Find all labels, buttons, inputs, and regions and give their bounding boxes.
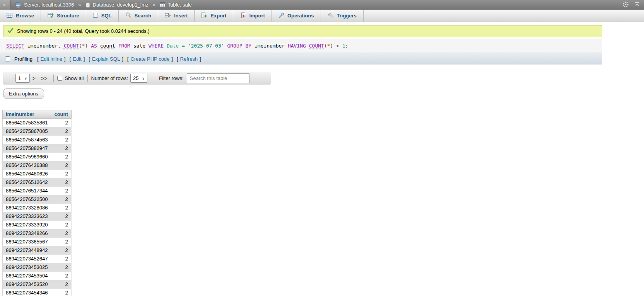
sql-token: COUNT	[64, 43, 79, 49]
query-links: [Edit inline][Edit][Explain SQL][Create …	[35, 56, 203, 62]
table-row: 8694220734543462	[3, 289, 72, 296]
sql-token: GROUP BY	[227, 43, 251, 49]
number-of-rows-select[interactable]: 25 ∨	[130, 74, 147, 83]
sql-query: SELECT imeinumber, COUNT(*) AS count FRO…	[0, 39, 602, 53]
extra-options-button[interactable]: Extra options	[3, 88, 44, 99]
cell-count: 2	[51, 178, 71, 187]
sql-token: HAVING	[288, 43, 306, 49]
tab-operations[interactable]: Operations	[272, 10, 321, 22]
table-row: 8694220733482662	[3, 229, 72, 238]
table-row: 8656420758829472	[3, 144, 72, 153]
tab-label: Import	[249, 13, 265, 19]
query-tools-row: Profiling [Edit inline][Edit][Explain SQ…	[0, 53, 602, 65]
table-row: 8694220734535042	[3, 272, 72, 280]
profiling-label: Profiling	[14, 56, 32, 62]
sql-token: ;	[345, 43, 348, 49]
cell-count: 2	[51, 119, 71, 127]
chevron-down-icon: ∨	[142, 77, 145, 80]
page-select[interactable]: 1 ∨	[15, 74, 30, 83]
bracket: [	[127, 56, 129, 62]
topbar-actions	[622, 1, 640, 9]
structure-icon	[48, 12, 54, 19]
operations-wrench-icon	[278, 12, 284, 19]
breadcrumb-server-link[interactable]: Server: localhost:3306	[24, 2, 74, 8]
tab-label: Insert	[174, 13, 188, 19]
cell-imeinumber: 869422073348266	[3, 229, 51, 238]
cell-count: 2	[51, 195, 71, 204]
cell-count: 2	[51, 161, 71, 170]
cell-count: 2	[51, 187, 71, 195]
sql-token: (	[79, 43, 82, 49]
cell-imeinumber: 869422073453504	[3, 272, 51, 280]
cell-imeinumber: 869422073333623	[3, 212, 51, 221]
collapse-top-icon[interactable]	[634, 2, 640, 8]
sql-token	[164, 43, 167, 49]
tab-label: Search	[135, 13, 151, 19]
sql-token: >	[336, 43, 339, 49]
cell-imeinumber: 865642076517344	[3, 187, 51, 195]
next-page-button[interactable]: >	[30, 75, 38, 82]
settings-gear-icon[interactable]	[622, 1, 629, 9]
sql-token	[97, 43, 100, 49]
cell-count: 2	[51, 221, 71, 229]
tab-insert[interactable]: Insert	[158, 10, 195, 22]
profiling-checkbox[interactable]	[5, 56, 10, 61]
breadcrumb-table-link[interactable]: Table: sale	[168, 2, 192, 8]
back-button[interactable]: ←	[0, 0, 11, 10]
query-link-edit-inline[interactable]: Edit inline	[41, 56, 62, 62]
bracket: ]	[122, 56, 123, 62]
sql-token: count	[100, 43, 115, 49]
query-link-refresh[interactable]: Refresh	[180, 56, 198, 62]
table-row: 8656420764363882	[3, 161, 72, 170]
cell-count: 2	[51, 255, 71, 263]
cell-count: 2	[51, 153, 71, 161]
browse-table-icon	[7, 12, 13, 19]
table-filter-input[interactable]	[187, 73, 249, 83]
tab-export[interactable]: Export	[195, 10, 233, 22]
cell-imeinumber: 865642075969660	[3, 153, 51, 161]
query-link-edit[interactable]: Edit	[73, 56, 81, 62]
query-link-explain-sql[interactable]: Explain SQL	[92, 56, 120, 62]
sql-token	[88, 43, 91, 49]
last-page-button[interactable]: >>	[38, 75, 50, 82]
page-select-value: 1	[18, 75, 21, 81]
table-row: 8656420765225002	[3, 195, 72, 204]
server-icon	[15, 2, 21, 8]
tab-browse[interactable]: Browse	[0, 10, 41, 22]
sql-token	[306, 43, 309, 49]
sql-token	[179, 43, 182, 49]
pagination-bar: 1 ∨ > >> Show all Number of rows: 25 ∨ F…	[3, 72, 271, 85]
cell-count: 2	[51, 136, 71, 144]
tab-search[interactable]: Search	[119, 10, 158, 22]
divider	[53, 75, 54, 82]
filter-rows-label: Filter rows:	[159, 75, 184, 81]
cell-count: 2	[51, 229, 71, 238]
chevron-down-icon: ∨	[24, 77, 27, 80]
breadcrumb-separator: »	[78, 2, 81, 8]
table-row: 8656420764806262	[3, 170, 72, 178]
query-link-create-php-code[interactable]: Create PHP code	[130, 56, 169, 62]
table-row: 8656420758358612	[3, 119, 72, 127]
sql-token: sale	[130, 43, 149, 49]
sql-file-icon	[93, 12, 98, 19]
tab-triggers[interactable]: Triggers	[321, 10, 364, 22]
sql-token: *	[327, 43, 330, 49]
tab-structure[interactable]: Structure	[41, 10, 86, 22]
column-header-count[interactable]: count	[51, 110, 71, 119]
table-row: 8694220733336232	[3, 212, 72, 221]
import-icon	[240, 12, 246, 19]
breadcrumb-separator: »	[152, 2, 155, 8]
table-row: 8694220733280862	[3, 204, 72, 212]
table-row: 8694220733655672	[3, 238, 72, 246]
cell-count: 2	[51, 289, 71, 296]
cell-count: 2	[51, 280, 71, 289]
table-row: 8656420765173442	[3, 187, 72, 195]
table-header-row: imeinumber count	[3, 110, 72, 119]
tab-bar: Browse Structure SQL Search Insert Expor…	[0, 10, 644, 22]
column-header-imeinumber[interactable]: imeinumber	[3, 110, 51, 119]
tab-import[interactable]: Import	[233, 10, 272, 22]
show-all-checkbox[interactable]	[57, 76, 62, 81]
breadcrumb-database-link[interactable]: Database: develop1_fmz	[93, 2, 149, 8]
tab-sql[interactable]: SQL	[86, 10, 119, 22]
bracket: ]	[200, 56, 201, 62]
